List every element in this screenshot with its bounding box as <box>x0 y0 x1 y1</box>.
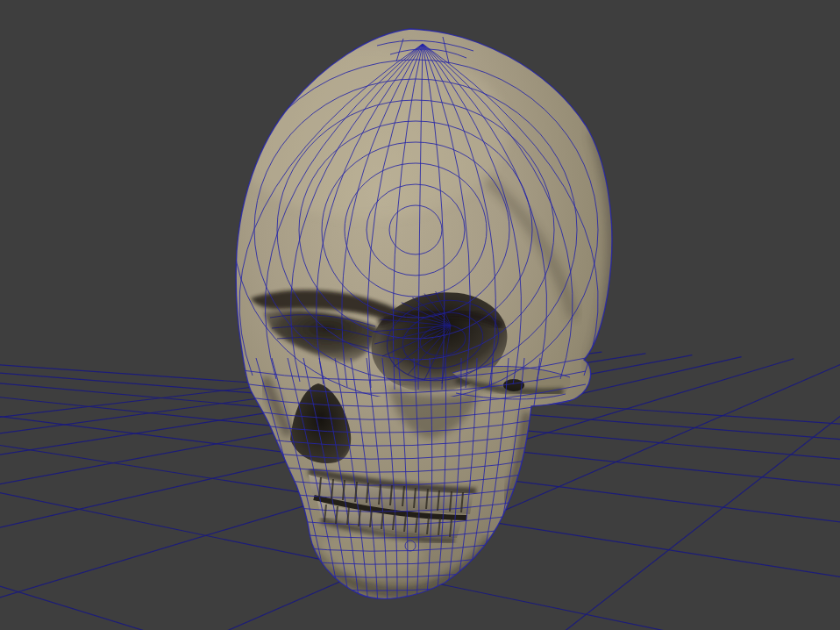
viewport[interactable] <box>0 0 840 630</box>
viewport-canvas[interactable] <box>0 0 840 630</box>
chin-highlight <box>314 532 423 577</box>
